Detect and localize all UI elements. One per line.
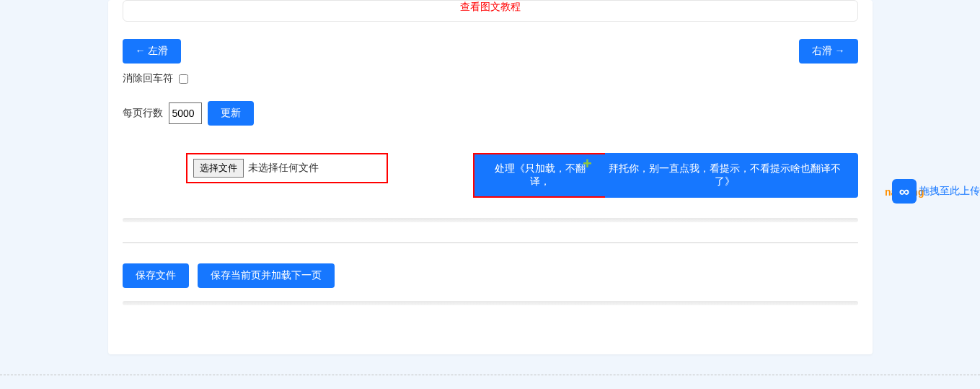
nav-row: ← 左滑 右滑 → <box>123 39 858 64</box>
page-background: 查看图文教程 ← 左滑 右滑 → 消除回车符 每页行数 更新 选择文件 未选择任… <box>0 0 980 389</box>
file-process-row: 选择文件 未选择任何文件 处理《只加载，不翻译， + 拜托你，别一直点我，看提示… <box>186 153 858 198</box>
tutorial-section: 查看图文教程 <box>108 0 873 39</box>
badge-text-holder: nan ong 拖拽至此上传 <box>914 185 980 198</box>
file-input-group: 选择文件 未选择任何文件 <box>186 153 389 183</box>
divider-1 <box>123 218 858 222</box>
main-card: 查看图文教程 ← 左滑 右滑 → 消除回车符 每页行数 更新 选择文件 未选择任… <box>108 0 873 354</box>
update-button[interactable]: 更新 <box>208 101 254 126</box>
remove-cr-checkbox[interactable] <box>179 74 188 84</box>
process-button-left[interactable]: 处理《只加载，不翻译， + <box>474 154 605 196</box>
upload-side-badge[interactable]: ∞ nan ong 拖拽至此上传 <box>892 179 980 204</box>
controls-section: ← 左滑 右滑 → 消除回车符 每页行数 更新 选择文件 未选择任何文件 <box>108 39 873 354</box>
remove-cr-label: 消除回车符 <box>123 72 173 85</box>
process-button-right[interactable]: 拜托你，别一直点我，看提示，不看提示啥也翻译不了》 <box>605 153 858 198</box>
choose-file-button[interactable]: 选择文件 <box>193 159 244 178</box>
rows-per-page-label: 每页行数 <box>123 107 163 120</box>
tutorial-link[interactable]: 查看图文教程 <box>460 1 521 21</box>
link-icon: ∞ <box>892 179 917 204</box>
divider-3 <box>123 301 858 305</box>
save-file-button[interactable]: 保存文件 <box>123 263 189 288</box>
swipe-right-button[interactable]: 右滑 → <box>799 39 858 64</box>
process-highlight-border: 处理《只加载，不翻译， + <box>473 153 605 198</box>
tutorial-box: 查看图文教程 <box>123 0 858 22</box>
drag-upload-text: 拖拽至此上传 <box>919 185 980 196</box>
swipe-left-button[interactable]: ← 左滑 <box>123 39 182 64</box>
footer-divider <box>0 375 980 375</box>
divider-2 <box>123 242 858 243</box>
file-status-text: 未选择任何文件 <box>248 162 319 175</box>
rows-per-page-row: 每页行数 更新 <box>123 101 858 126</box>
process-button-wrapper: 处理《只加载，不翻译， + 拜托你，别一直点我，看提示，不看提示啥也翻译不了》 <box>473 153 857 198</box>
rows-per-page-input[interactable] <box>169 102 202 124</box>
remove-cr-row: 消除回车符 <box>123 72 858 85</box>
save-and-next-button[interactable]: 保存当前页并加载下一页 <box>198 263 335 288</box>
save-row: 保存文件 保存当前页并加载下一页 <box>123 263 858 288</box>
process-button-left-label: 处理《只加载，不翻译， <box>495 162 586 187</box>
